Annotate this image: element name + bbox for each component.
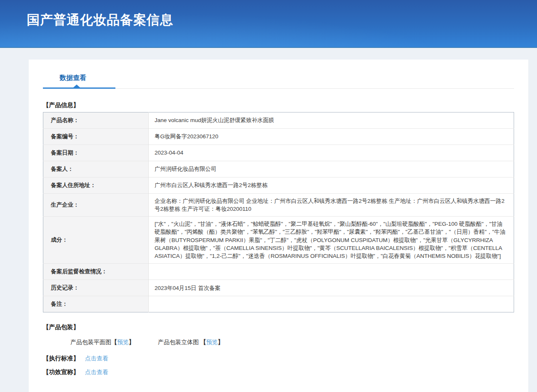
table-row: 产品名称： Jane volcanic mud妍泥火山泥舒缓紧致补水面膜 bbox=[43, 112, 514, 129]
packaging-preview-link[interactable]: 预览 bbox=[117, 339, 129, 345]
table-row: 备案编号： 粤G妆网备字2023067120 bbox=[43, 129, 514, 145]
page-title: 国产普通化妆品备案信息 bbox=[0, 0, 537, 29]
row-label: 备案人： bbox=[43, 161, 149, 177]
row-value: 2023年04月15日 首次备案 bbox=[149, 280, 514, 296]
tab-pointer-triangle bbox=[73, 85, 80, 87]
bracket-close: 】 bbox=[129, 339, 135, 345]
efficacy-row: 【功效宣称】 点击查看 bbox=[43, 368, 514, 376]
efficacy-view-link[interactable]: 点击查看 bbox=[85, 369, 108, 375]
row-label: 产品名称： bbox=[43, 112, 149, 129]
table-row: 备案后监督检查情况： bbox=[43, 264, 514, 280]
row-label: 备注： bbox=[43, 296, 149, 312]
section-title-packaging: 【产品包装】 bbox=[43, 323, 514, 331]
bracket-open: 【 bbox=[200, 339, 206, 345]
row-value: 企业名称：广州润研化妆品有限公司 企业地址：广州市白云区人和镇秀水塘西一路2号2… bbox=[149, 194, 514, 217]
product-info-table: 产品名称： Jane volcanic mud妍泥火山泥舒缓紧致补水面膜 备案编… bbox=[43, 112, 514, 312]
active-tab-underline bbox=[43, 87, 115, 89]
standard-view-link[interactable]: 点击查看 bbox=[85, 355, 108, 362]
page-header: 国产普通化妆品备案信息 bbox=[0, 0, 537, 48]
row-label: 备案日期： bbox=[43, 145, 149, 161]
row-label: 生产企业： bbox=[43, 194, 149, 217]
row-label: 备案编号： bbox=[43, 129, 149, 145]
standard-row: 【执行标准】 点击查看 bbox=[43, 355, 514, 362]
packaging-item: 产品包装立体图 【预览】 bbox=[158, 339, 224, 346]
row-label: 成分： bbox=[43, 217, 149, 264]
row-label: 备案人住所地址： bbox=[43, 177, 149, 194]
product-info-table-body: 产品名称： Jane volcanic mud妍泥火山泥舒缓紧致补水面膜 备案编… bbox=[43, 112, 514, 312]
row-value: Jane volcanic mud妍泥火山泥舒缓紧致补水面膜 bbox=[149, 112, 514, 129]
section-title-efficacy: 【功效宣称】 bbox=[43, 369, 79, 375]
packaging-preview-link[interactable]: 预览 bbox=[206, 339, 218, 345]
table-row: 备案人住所地址： 广州市白云区人和镇秀水塘西一路2号2栋整栋 bbox=[43, 177, 514, 194]
table-row: 备案日期： 2023-04-04 bbox=[43, 145, 514, 161]
table-row: 历史记录： 2023年04月15日 首次备案 bbox=[43, 280, 514, 296]
packaging-item: 产品包装平面图【预览】 bbox=[70, 339, 135, 346]
bracket-close: 】 bbox=[218, 339, 224, 345]
table-row: 生产企业： 企业名称：广州润研化妆品有限公司 企业地址：广州市白云区人和镇秀水塘… bbox=[43, 194, 514, 217]
table-row: 备注： bbox=[43, 296, 514, 312]
table-row: 成分： ["水"，"火山泥"，"甘油"，"液体石蜡"，"鲸蜡硬脂醇"，"聚二甲基… bbox=[43, 217, 514, 264]
content-card: 数据查看 【产品信息】 产品名称： Jane volcanic mud妍泥火山泥… bbox=[29, 60, 528, 392]
row-value: 粤G妆网备字2023067120 bbox=[149, 129, 514, 145]
row-value bbox=[149, 296, 514, 312]
packaging-item-label: 产品包装平面图 bbox=[70, 339, 111, 345]
row-label: 备案后监督检查情况： bbox=[43, 264, 149, 280]
row-value: 广州润研化妆品有限公司 bbox=[149, 161, 514, 177]
packaging-item-label: 产品包装立体图 bbox=[158, 339, 200, 345]
row-value: 2023-04-04 bbox=[149, 145, 514, 161]
bracket-open: 【 bbox=[111, 339, 117, 345]
row-label: 历史记录： bbox=[43, 280, 149, 296]
row-value: 广州市白云区人和镇秀水塘西一路2号2栋整栋 bbox=[149, 177, 514, 194]
row-value bbox=[149, 264, 514, 280]
packaging-items: 产品包装平面图【预览】 产品包装立体图 【预览】 bbox=[43, 339, 514, 346]
table-row: 备案人： 广州润研化妆品有限公司 bbox=[43, 161, 514, 177]
row-value: ["水"，"火山泥"，"甘油"，"液体石蜡"，"鲸蜡硬脂醇"，"聚二甲基硅氧烷"… bbox=[149, 217, 514, 264]
section-title-standard: 【执行标准】 bbox=[43, 355, 79, 362]
tab-bar: 数据查看 bbox=[43, 60, 514, 89]
section-title-product-info: 【产品信息】 bbox=[43, 101, 514, 109]
